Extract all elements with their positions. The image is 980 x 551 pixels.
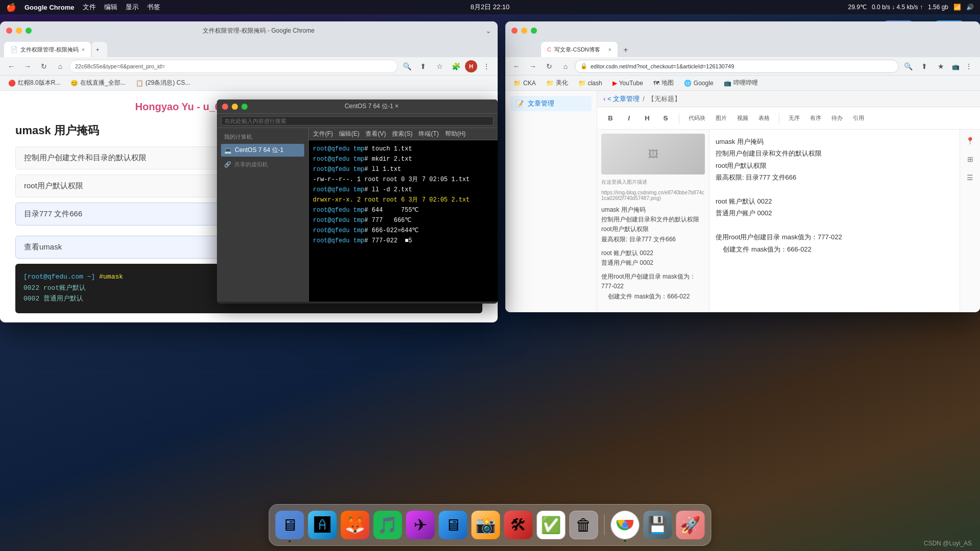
reload-button[interactable]: ↻ [37, 59, 51, 73]
vbox-terminal[interactable]: root@qfedu tmp# touch 1.txt root@qfedu t… [309, 140, 498, 302]
table-btn[interactable]: 表格 [755, 113, 773, 123]
dock-reminders[interactable]: ✅ [537, 511, 566, 539]
dock-airmail[interactable]: ✈ [406, 511, 435, 539]
tab-close-btn[interactable]: × [82, 46, 85, 53]
watermark: CSDN @Luyi_AS [924, 540, 972, 547]
home-button[interactable]: ⌂ [53, 59, 67, 73]
csdn-home[interactable]: ⌂ [558, 59, 573, 73]
video-btn[interactable]: 视频 [734, 113, 751, 123]
vbox-search-input[interactable] [221, 116, 494, 126]
maximize-button[interactable] [26, 28, 32, 34]
csdn-close[interactable] [511, 28, 518, 34]
heading-button[interactable]: H [640, 111, 654, 126]
minimize-button[interactable] [16, 28, 22, 34]
todo-btn[interactable]: 待办 [828, 113, 846, 123]
dock-launchpad[interactable]: 🚀 [676, 511, 705, 539]
csdn-minimize[interactable] [521, 28, 527, 34]
csdn-maximize[interactable] [531, 28, 537, 34]
share-button[interactable]: ⬆ [416, 59, 430, 73]
bm-cka[interactable]: 📁 CKA [509, 79, 540, 88]
csdn-text-editor[interactable]: umask 用户掩码 控制用户创建目录和文件的默认权限 root用户默认权限 最… [709, 130, 960, 312]
apple-menu[interactable]: 🍎 [6, 3, 16, 12]
menu-button-left[interactable]: H [465, 60, 477, 72]
close-button[interactable] [6, 28, 12, 34]
extension-button[interactable]: 🧩 [449, 59, 463, 73]
zoom-button[interactable]: 🔍 [400, 59, 414, 73]
vbox-maximize[interactable] [241, 104, 248, 110]
more-button-left[interactable]: ⋮ [479, 59, 494, 73]
italic-button[interactable]: I [622, 111, 636, 126]
volume-icon[interactable]: 🔊 [966, 4, 974, 11]
bm-bilibili[interactable]: 📺 哔哩哔哩 [720, 78, 762, 88]
dock-finder[interactable]: 🖥 [276, 511, 304, 539]
bookmark-0[interactable]: 🔴 红帽8.0版本R... [4, 78, 64, 88]
vbox-sidebar-centos[interactable]: 💻 CentOS 7 64 位-1 [221, 144, 304, 157]
csdn-tab-close[interactable]: × [608, 46, 611, 53]
csdn-reload[interactable]: ↻ [542, 59, 556, 73]
panel-btn-3[interactable]: ☰ [963, 170, 977, 185]
dock-disk-utility[interactable]: 💾 [644, 511, 672, 539]
dock-photos[interactable]: 📸 [472, 511, 500, 539]
dock-screens[interactable]: 🖥 [439, 511, 468, 539]
menu-search[interactable]: 搜索(S) [392, 130, 412, 138]
chrome-tab-active[interactable]: 📄 文件权限管理-权限掩码 × [4, 42, 91, 57]
csdn-nav-article-mgmt[interactable]: 📝 文章管理 [510, 96, 592, 111]
address-bar-left[interactable]: 22c68c55e&type=6&parent_pro_id= [69, 60, 398, 73]
menu-bookmarks[interactable]: 书签 [147, 3, 160, 12]
vbox-close[interactable] [222, 104, 228, 110]
csdn-menu-icon[interactable]: 📺 [952, 62, 960, 71]
strikethrough-button[interactable]: S [658, 111, 673, 126]
menu-view[interactable]: 显示 [126, 3, 139, 12]
csdn-back[interactable]: ← [509, 59, 524, 73]
bm-google[interactable]: 🌐 Google [680, 79, 718, 88]
ordered-btn[interactable]: 有序 [807, 113, 824, 123]
window-collapse-btn[interactable]: ⌄ [485, 27, 492, 35]
bm-maps[interactable]: 🗺 地图 [649, 78, 678, 88]
dock-spotify[interactable]: 🎵 [374, 511, 402, 539]
csdn-bookmark[interactable]: ★ [934, 59, 948, 73]
menu-edit[interactable]: 编辑 [104, 3, 117, 12]
menu-edit[interactable]: 编辑(E) [339, 130, 359, 138]
dock-setapp[interactable]: 🛠 [504, 511, 533, 539]
vbox-minimize[interactable] [232, 104, 238, 110]
csdn-address-bar[interactable]: 🔒 editor.csdn.net/md?not_checkout=1&arti… [575, 60, 899, 73]
dock-firefox[interactable]: 🦊 [341, 511, 370, 539]
bm-clash[interactable]: 📁 clash [574, 79, 606, 88]
menu-terminal[interactable]: 终端(T) [419, 130, 438, 138]
term-touch: root@qfedu tmp# touch 1.txt [313, 144, 494, 154]
dock-appstore[interactable]: 🅰 [308, 511, 337, 539]
bold-button[interactable]: B [603, 111, 618, 126]
image-btn[interactable]: 图片 [713, 113, 730, 123]
dock-trash[interactable]: 🗑 [570, 511, 598, 539]
bookmark-button[interactable]: ☆ [432, 59, 447, 73]
app-name[interactable]: Google Chrome [24, 4, 75, 11]
csdn-share[interactable]: ⬆ [917, 59, 932, 73]
panel-btn-2[interactable]: ⊞ [963, 152, 977, 166]
chrome-tab-new[interactable]: + [92, 42, 107, 57]
breadcrumb-back[interactable]: ‹ < 文章管理 [603, 94, 640, 104]
csdn-new-tab[interactable]: + [619, 43, 633, 57]
quote-btn[interactable]: 引用 [850, 113, 867, 123]
dock-chrome[interactable] [611, 511, 640, 539]
menu-view[interactable]: 查看(V) [365, 130, 386, 138]
unordered-btn[interactable]: 无序 [786, 113, 803, 123]
bm-youtube-label: YouTube [619, 80, 643, 87]
csdn-zoom[interactable]: 🔍 [901, 59, 915, 73]
menu-file[interactable]: 文件 [83, 3, 96, 12]
preview-image: 🖼 [601, 134, 705, 174]
bookmark-1[interactable]: 😊 在线直播_全部... [66, 78, 130, 88]
bm-youtube[interactable]: ▶ YouTube [608, 79, 647, 88]
csdn-forward[interactable]: → [526, 59, 540, 73]
vbox-sidebar-shared[interactable]: 🔗 共享的虚拟机 [221, 159, 304, 170]
bm-meihua[interactable]: 📁 美化 [542, 78, 572, 88]
menu-file[interactable]: 文件(F) [313, 130, 333, 138]
csdn-tab-editor[interactable]: C 写文章-CSDN博客 × [541, 42, 618, 57]
menu-help[interactable]: 帮助(H) [445, 130, 466, 138]
forward-button[interactable]: → [20, 59, 35, 73]
code-block-btn[interactable]: 代码块 [685, 113, 708, 123]
bookmark-2[interactable]: 📋 (29条消息) CS... [132, 78, 194, 88]
toolbar-divider-1 [679, 113, 679, 123]
panel-btn-1[interactable]: 📍 [963, 134, 977, 148]
csdn-more[interactable]: ⋮ [962, 59, 976, 73]
back-button[interactable]: ← [4, 59, 18, 73]
